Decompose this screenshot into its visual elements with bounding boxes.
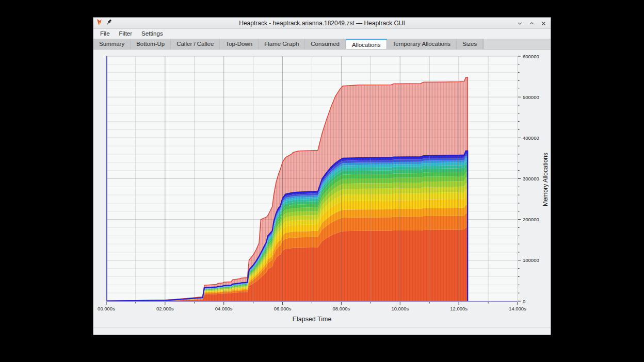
titlebar[interactable]: Heaptrack - heaptrack.arianna.182049.zst… <box>93 18 551 29</box>
x-tick-label: 02.000s <box>156 306 174 311</box>
maximize-button[interactable] <box>528 20 535 27</box>
y-tick-label: 100000 <box>523 257 539 263</box>
x-tick-label: 12.000s <box>450 306 468 311</box>
minimize-button[interactable] <box>516 20 523 27</box>
tab-bottom-up[interactable]: Bottom-Up <box>131 39 171 49</box>
tab-caller-callee[interactable]: Caller / Callee <box>171 39 220 49</box>
window-title: Heaptrack - heaptrack.arianna.182049.zst… <box>93 18 551 29</box>
menubar: FileFilterSettings <box>93 29 551 39</box>
y-tick-label: 0 <box>523 299 525 304</box>
y-tick-label: 600000 <box>523 54 539 59</box>
y-tick-label: 300000 <box>523 176 539 182</box>
x-tick-label: 08.000s <box>333 306 350 311</box>
menu-item-settings[interactable]: Settings <box>137 29 168 39</box>
x-axis-title: Elapsed Time <box>106 316 518 323</box>
y-axis-title: Memory Allocations <box>541 50 550 310</box>
chart-plot[interactable]: 010000020000030000040000050000060000000.… <box>93 50 551 327</box>
tab-sizes[interactable]: Sizes <box>457 39 483 49</box>
x-tick-label: 10.000s <box>391 306 409 311</box>
heaptrack-window: Heaptrack - heaptrack.arianna.182049.zst… <box>93 17 551 335</box>
tab-flame-graph[interactable]: Flame Graph <box>259 39 305 49</box>
tabbar: SummaryBottom-UpCaller / CalleeTop-DownF… <box>93 39 551 50</box>
tab-summary[interactable]: Summary <box>93 39 131 49</box>
close-button[interactable] <box>540 20 547 27</box>
tab-temporary-allocations[interactable]: Temporary Allocations <box>387 39 457 49</box>
x-tick-label: 04.000s <box>215 306 233 311</box>
status-bar <box>93 327 551 335</box>
y-tick-label: 400000 <box>523 135 539 141</box>
allocations-chart: 010000020000030000040000050000060000000.… <box>93 50 551 327</box>
tabbar-filler <box>483 39 551 49</box>
desktop-background: Heaptrack - heaptrack.arianna.182049.zst… <box>0 0 644 362</box>
menu-item-file[interactable]: File <box>95 29 115 39</box>
tab-allocations[interactable]: Allocations <box>346 39 387 49</box>
y-tick-label: 500000 <box>523 94 539 100</box>
x-tick-label: 00.000s <box>98 306 115 311</box>
x-tick-label: 14.000s <box>509 306 526 311</box>
tab-top-down[interactable]: Top-Down <box>220 39 259 49</box>
x-tick-label: 06.000s <box>274 306 292 311</box>
y-tick-label: 200000 <box>523 217 539 222</box>
tab-consumed[interactable]: Consumed <box>305 39 346 49</box>
menu-item-filter[interactable]: Filter <box>115 29 137 39</box>
